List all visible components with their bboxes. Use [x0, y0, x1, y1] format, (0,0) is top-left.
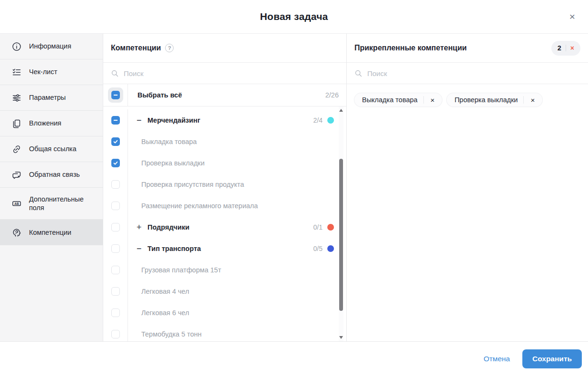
checkbox[interactable] [111, 116, 120, 125]
tree-item-label[interactable]: Термобудка 5 тонн [141, 330, 202, 338]
checkbox[interactable] [111, 309, 120, 317]
sidebar-item-0[interactable]: Информация [0, 34, 103, 59]
collapse-icon[interactable]: − [137, 116, 146, 125]
competencies-panel-title: Компетенции [111, 44, 161, 52]
category-color-dot [327, 224, 334, 231]
tree-group-count: 0/1 [314, 223, 323, 231]
modal-title: Новая задача [0, 0, 588, 33]
tree-item-row: Легковая 6 чел [103, 302, 346, 323]
sidebar-item-2[interactable]: Параметры [0, 85, 103, 111]
select-all-content: Выбрать всё 2/26 [128, 84, 346, 106]
checkbox[interactable] [111, 330, 120, 338]
modal-footer: Отмена Сохранить [0, 341, 588, 376]
attached-search-row [347, 63, 588, 84]
tree-item-label[interactable]: Выкладка товара [141, 138, 197, 145]
attached-competency-chip: Выкладка товара× [354, 93, 442, 106]
tree-group-row: −Мерчендайзинг2/4 [103, 109, 346, 131]
checkbox[interactable] [111, 180, 120, 189]
checkbox-cell [103, 216, 128, 238]
tree-item-row: Легковая 4 чел [103, 280, 346, 302]
chip-divider [423, 96, 424, 104]
competencies-panel: Компетенции ? Выбрать всё 2/26 −М [103, 33, 347, 341]
search-icon [111, 69, 119, 77]
select-all-checkbox[interactable] [111, 91, 120, 99]
attached-competency-chip: Проверка выкладки× [447, 93, 542, 106]
checkbox-cell [103, 195, 128, 216]
tree-item-row: Проверка присутствия продукта [103, 174, 346, 195]
tree-item-label[interactable]: Легковая 4 чел [141, 288, 189, 295]
scrollbar-thumb[interactable] [339, 159, 343, 311]
save-button[interactable]: Сохранить [522, 349, 582, 368]
info-icon [11, 41, 22, 52]
brain-head-icon [11, 227, 22, 238]
checkbox-cell [103, 152, 128, 174]
checkbox[interactable] [111, 202, 120, 210]
sidebar-item-1[interactable]: Чек-лист [0, 59, 103, 85]
sidebar-item-label: Чек-лист [29, 67, 57, 76]
sidebar-item-4[interactable]: Общая ссылка [0, 136, 103, 162]
close-icon[interactable]: × [566, 10, 578, 23]
sidebar-item-6[interactable]: ABДополнительные поля [0, 188, 103, 220]
checkbox-cell [103, 238, 128, 259]
ab-field-icon: AB [11, 198, 22, 209]
svg-text:AB: AB [14, 202, 19, 205]
tree-group-count: 0/5 [314, 245, 323, 252]
copy-icon [11, 118, 22, 129]
attached-search-input[interactable] [367, 69, 580, 77]
scroll-up-icon[interactable] [339, 109, 343, 112]
competencies-search-row [103, 63, 346, 84]
sidebar-item-label: Информация [29, 42, 71, 50]
checkbox[interactable] [111, 287, 120, 296]
chip-remove-icon[interactable]: × [529, 96, 536, 104]
checkbox[interactable] [111, 159, 120, 167]
modal-body: ИнформацияЧек-листПараметрыВложенияОбщая… [0, 33, 588, 341]
tree-item-label[interactable]: Размещение рекламного материала [141, 202, 258, 210]
select-all-checkbox-cell [103, 84, 128, 106]
clear-all-icon[interactable]: × [570, 45, 574, 51]
competencies-search-input[interactable] [124, 69, 339, 77]
checkbox-cell [103, 174, 128, 195]
select-all-label[interactable]: Выбрать всё [137, 91, 182, 99]
tree-group-label[interactable]: Тип транспорта [147, 245, 201, 252]
tree-item-row: Проверка выкладки [103, 152, 346, 174]
sliders-icon [11, 93, 22, 103]
checkbox-cell [103, 302, 128, 323]
attached-chips: Выкладка товара×Проверка выкладки× [347, 84, 588, 116]
tree-item-label[interactable]: Проверка присутствия продукта [141, 181, 244, 188]
tree-item-label[interactable]: Грузовая платформа 15т [141, 266, 221, 274]
select-all-row: Выбрать всё 2/26 [103, 84, 346, 106]
sidebar-item-7[interactable]: Компетенции [0, 220, 103, 245]
expand-icon[interactable]: + [137, 223, 146, 231]
tree-item-label[interactable]: Проверка выкладки [141, 159, 205, 167]
checkbox[interactable] [111, 137, 120, 146]
sidebar-item-label: Дополнительные поля [29, 195, 97, 212]
scrollbar[interactable] [339, 106, 343, 341]
attached-panel-header: Прикрепленные компетенции 2 × [347, 34, 588, 63]
competencies-tree: −Мерчендайзинг2/4Выкладка товараПроверка… [103, 106, 346, 341]
chip-remove-icon[interactable]: × [430, 96, 436, 104]
link-icon [11, 144, 22, 154]
checkbox[interactable] [111, 266, 120, 274]
tree-item-row: Размещение рекламного материала [103, 195, 346, 216]
attached-competencies-panel: Прикрепленные компетенции 2 × Выкладка т… [347, 33, 588, 341]
tree-group-label[interactable]: Мерчендайзинг [147, 116, 200, 124]
tree-item-label[interactable]: Легковая 6 чел [141, 309, 189, 317]
tree-group-label[interactable]: Подрядчики [147, 223, 189, 231]
tree-item-row: Термобудка 5 тонн [103, 323, 346, 341]
sidebar-item-label: Обратная связь [29, 170, 80, 179]
collapse-icon[interactable]: − [137, 244, 146, 253]
sidebar-item-3[interactable]: Вложения [0, 111, 103, 136]
checkbox[interactable] [111, 244, 120, 253]
checkbox-cell [103, 109, 128, 131]
select-all-count: 2/26 [325, 91, 339, 99]
cancel-button[interactable]: Отмена [483, 355, 510, 363]
tree-item-row: Грузовая платформа 15т [103, 259, 346, 280]
help-icon[interactable]: ? [165, 44, 174, 52]
sidebar-item-5[interactable]: Обратная связь [0, 162, 103, 188]
scroll-down-icon[interactable] [339, 336, 343, 339]
checkbox[interactable] [111, 223, 120, 231]
chip-divider [523, 96, 524, 104]
search-icon [354, 69, 363, 77]
competencies-panel-header: Компетенции ? [103, 34, 346, 63]
new-task-modal: Новая задача × ИнформацияЧек-листПарамет… [0, 0, 588, 376]
